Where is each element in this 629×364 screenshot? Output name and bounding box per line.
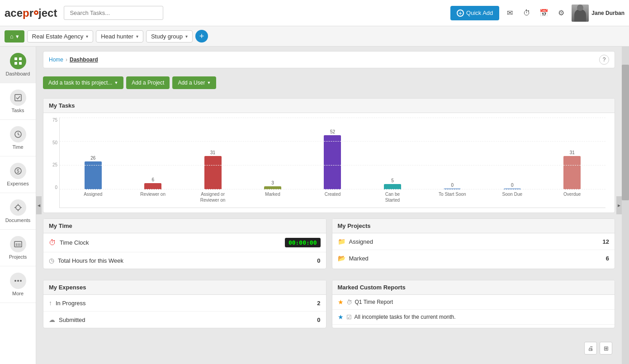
add-user-label: Add a User bbox=[178, 80, 205, 86]
real-estate-agency-dropdown[interactable]: Real Estate Agency ▾ bbox=[27, 30, 93, 43]
submitted-row: ☁ Submitted 0 bbox=[43, 312, 326, 328]
dashboard-icon bbox=[10, 53, 26, 69]
total-hours-value: 0 bbox=[317, 257, 320, 264]
projects-marked-label: Marked bbox=[349, 255, 369, 262]
sidebar-label-dashboard: Dashboard bbox=[6, 71, 30, 76]
x-label-assigned: Assigned bbox=[64, 191, 122, 197]
projects-assigned-count: 12 bbox=[603, 238, 609, 245]
action-bar: Add a task to this project... ▼ Add a Pr… bbox=[43, 73, 615, 93]
tasks-icon bbox=[10, 90, 26, 106]
y-label-50: 50 bbox=[48, 140, 57, 145]
dropdown-arrow: ▾ bbox=[86, 34, 88, 39]
svg-point-16 bbox=[20, 280, 22, 282]
sidebar-item-dashboard[interactable]: Dashboard bbox=[0, 47, 36, 83]
svg-rect-0 bbox=[14, 57, 17, 60]
total-hours-label-area: ◷ Total Hours for this Week bbox=[49, 257, 317, 264]
projects-marked-count: 6 bbox=[606, 255, 609, 262]
svg-rect-3 bbox=[19, 62, 22, 65]
projects-marked-row: 📂 Marked 6 bbox=[332, 250, 615, 266]
sidebar-item-time[interactable]: Time bbox=[0, 120, 36, 156]
in-progress-icon: ↑ bbox=[49, 299, 52, 307]
quick-add-label: Quick Add bbox=[466, 9, 493, 16]
quick-add-button[interactable]: + Quick Add bbox=[450, 6, 499, 20]
calendar-icon[interactable]: 📅 bbox=[537, 6, 551, 20]
clock-icon-1: ⏱ bbox=[346, 299, 352, 306]
my-expenses-card: My Expenses ↑ In Progress 2 ☁ Submitted bbox=[43, 280, 326, 328]
search-box bbox=[64, 6, 163, 20]
sidebar-item-projects[interactable]: Projects bbox=[0, 230, 36, 266]
scrollbar-thumb bbox=[622, 65, 629, 200]
total-hours-row: ◷ Total Hours for this Week 0 bbox=[43, 252, 326, 269]
time-clock-icon: ⏱ bbox=[49, 239, 56, 247]
search-input[interactable] bbox=[64, 6, 163, 20]
my-tasks-title: My Tasks bbox=[49, 102, 75, 109]
report-row-1[interactable]: ★ ⏱ Q1 Time Report bbox=[332, 295, 615, 310]
add-project-button[interactable]: + bbox=[195, 30, 208, 43]
x-label-overdue: Overdue bbox=[544, 191, 601, 197]
breadcrumb-home-link[interactable]: Home bbox=[49, 57, 63, 63]
submitted-value: 0 bbox=[317, 317, 320, 323]
breadcrumb-current: Dashboard bbox=[70, 57, 98, 63]
add-user-button[interactable]: Add a User ▼ bbox=[172, 76, 216, 89]
total-hours-label: Total Hours for this Week bbox=[58, 257, 123, 264]
study-group-dropdown[interactable]: Study group ▾ bbox=[146, 30, 193, 43]
breadcrumb-bar: Home › Dashboard ? bbox=[43, 51, 615, 68]
sidebar-item-expenses[interactable]: $ Expenses bbox=[0, 156, 36, 193]
add-project-action-button[interactable]: Add a Project bbox=[126, 76, 170, 89]
report-row-2[interactable]: ★ ☑ All incomplete tasks for the current… bbox=[332, 310, 615, 325]
user-area: Jane Durban bbox=[572, 5, 624, 22]
in-progress-value: 2 bbox=[317, 300, 320, 307]
avatar bbox=[572, 5, 589, 22]
stopwatch-icon[interactable]: ⏱ bbox=[520, 6, 534, 20]
star-blue-icon-2: ★ bbox=[338, 313, 344, 321]
marked-folder-icon: 📂 bbox=[338, 255, 345, 262]
header-right: + Quick Add ✉ ⏱ 📅 ⚙ Jane Durban bbox=[450, 5, 624, 22]
my-expenses-title: My Expenses bbox=[49, 284, 86, 291]
head-hunter-dropdown[interactable]: Head hunter ▾ bbox=[96, 30, 143, 43]
my-expenses-header: My Expenses bbox=[43, 280, 326, 295]
add-task-button[interactable]: Add a task to this project... ▼ bbox=[43, 76, 123, 89]
settings-icon[interactable]: ⚙ bbox=[554, 6, 568, 20]
help-button[interactable]: ? bbox=[599, 55, 609, 65]
expand-button[interactable]: ⊞ bbox=[600, 342, 612, 355]
top-header: aceprject + Quick Add ✉ ⏱ 📅 ⚙ Jane Durba… bbox=[0, 0, 629, 26]
documents-icon bbox=[10, 199, 26, 216]
in-progress-label-area: ↑ In Progress bbox=[49, 299, 317, 307]
home-nav-button[interactable]: ⌂ ▾ bbox=[5, 30, 24, 43]
time-clock-label-area: ⏱ Time Clock bbox=[49, 239, 285, 247]
more-icon bbox=[10, 273, 26, 289]
main-layout: Dashboard Tasks Time $ Expenses Document… bbox=[0, 47, 629, 364]
right-collapse-handle[interactable]: ▶ bbox=[616, 196, 622, 214]
in-progress-label: In Progress bbox=[56, 300, 85, 307]
time-clock-label: Time Clock bbox=[60, 239, 89, 246]
sidebar-item-more[interactable]: More bbox=[0, 266, 36, 303]
my-projects-header: My Projects bbox=[332, 219, 615, 233]
my-projects-card: My Projects 📁 Assigned 12 📂 Marked bbox=[332, 218, 615, 269]
study-group-label: Study group bbox=[151, 33, 183, 40]
left-collapse-handle[interactable]: ◀ bbox=[36, 196, 42, 214]
right-scrollbar[interactable]: ▶ bbox=[622, 47, 629, 364]
sidebar-label-projects: Projects bbox=[9, 254, 27, 260]
email-icon[interactable]: ✉ bbox=[503, 6, 516, 20]
sidebar-label-documents: Documents bbox=[5, 217, 31, 223]
dropdown-arrow-icon: ▼ bbox=[114, 80, 118, 85]
bottom-toolbar: 🖨 ⊞ bbox=[43, 339, 615, 357]
submitted-label: Submitted bbox=[59, 317, 85, 323]
navbar: ⌂ ▾ Real Estate Agency ▾ Head hunter ▾ S… bbox=[0, 26, 629, 47]
logo: aceprject bbox=[5, 7, 57, 19]
print-button[interactable]: 🖨 bbox=[584, 342, 597, 355]
sidebar-item-tasks[interactable]: Tasks bbox=[0, 83, 36, 120]
projects-assigned-row: 📁 Assigned 12 bbox=[332, 233, 615, 250]
svg-point-15 bbox=[17, 280, 19, 282]
bars-area: 26 6 31 bbox=[59, 118, 605, 208]
y-label-75: 75 bbox=[48, 118, 57, 123]
expenses-icon: $ bbox=[10, 163, 26, 179]
home-icon: ⌂ bbox=[10, 33, 14, 40]
user-name: Jane Durban bbox=[591, 10, 624, 16]
svg-rect-2 bbox=[14, 62, 17, 65]
in-progress-row: ↑ In Progress 2 bbox=[43, 295, 326, 312]
add-project-label: Add a Project bbox=[132, 80, 164, 86]
my-time-header: My Time bbox=[43, 219, 326, 233]
sidebar-item-documents[interactable]: Documents bbox=[0, 193, 36, 230]
add-user-arrow-icon: ▼ bbox=[207, 80, 211, 85]
